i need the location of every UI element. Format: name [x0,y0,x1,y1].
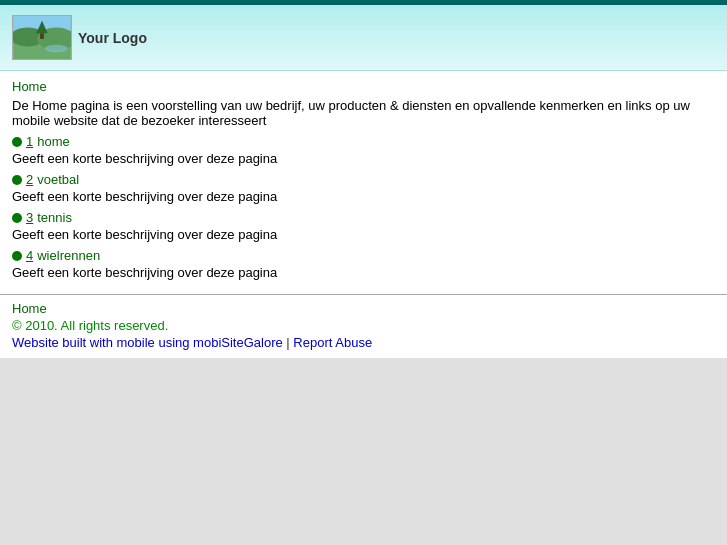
bullet-icon [12,175,22,185]
footer-links: Website built with mobile using mobiSite… [12,335,715,350]
item-number: 3 [26,210,33,225]
items-container: 1 homeGeeft een korte beschrijving over … [12,134,715,280]
bullet-icon [12,251,22,261]
main-content: Home De Home pagina is een voorstelling … [0,71,727,294]
list-item: 2 voetbal [12,172,715,187]
item-link[interactable]: wielrennen [37,248,100,263]
list-item: 1 home [12,134,715,149]
logo-text: Your Logo [78,30,147,46]
footer: Home © 2010. All rights reserved. Websit… [0,294,727,358]
item-desc: Geeft een korte beschrijving over deze p… [12,151,715,166]
intro-text: De Home pagina is een voorstelling van u… [12,98,715,128]
footer-home-link[interactable]: Home [12,301,715,316]
separator: | [283,335,294,350]
item-desc: Geeft een korte beschrijving over deze p… [12,265,715,280]
item-desc: Geeft een korte beschrijving over deze p… [12,227,715,242]
item-link[interactable]: tennis [37,210,72,225]
home-nav-link[interactable]: Home [12,79,47,94]
logo-image [12,15,72,60]
header: Your Logo [0,5,727,71]
svg-point-7 [45,45,68,53]
item-desc: Geeft een korte beschrijving over deze p… [12,189,715,204]
list-item: 4 wielrennen [12,248,715,263]
bottom-area [0,358,727,545]
item-number: 1 [26,134,33,149]
item-number: 4 [26,248,33,263]
list-item: 3 tennis [12,210,715,225]
copyright-text: © 2010. All rights reserved. [12,318,715,333]
svg-rect-6 [40,33,44,39]
item-link[interactable]: home [37,134,70,149]
bullet-icon [12,213,22,223]
item-number: 2 [26,172,33,187]
item-link[interactable]: voetbal [37,172,79,187]
report-abuse-link[interactable]: Report Abuse [293,335,372,350]
logo-container: Your Logo [12,15,715,60]
bullet-icon [12,137,22,147]
mobisite-link[interactable]: Website built with mobile using mobiSite… [12,335,283,350]
